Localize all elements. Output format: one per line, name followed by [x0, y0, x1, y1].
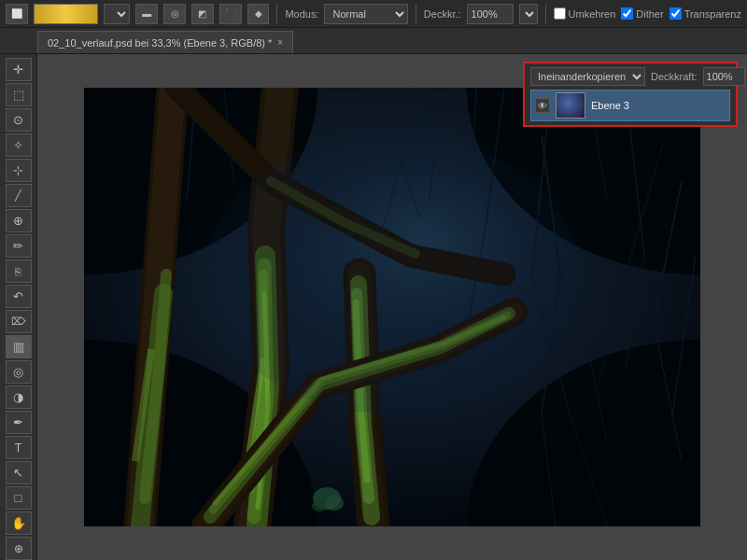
blur-tool[interactable]: ◎ [6, 360, 32, 384]
gradient-tool[interactable]: ▥ [6, 335, 32, 358]
reverse-group: Umkehren [554, 7, 616, 20]
hand-tool[interactable]: ✋ [6, 511, 32, 535]
transparency-label: Transparenz [684, 8, 741, 20]
crop-tool[interactable]: ⊹ [6, 159, 32, 182]
move-tool[interactable]: ✛ [6, 58, 32, 81]
angle-gradient-btn[interactable]: ◩ [191, 4, 214, 24]
eyedropper-tool[interactable]: ╱ [6, 184, 32, 207]
tab-title: 02_10_verlauf.psd bei 33,3% (Ebene 3, RG… [48, 37, 272, 49]
layer-row[interactable]: 👁 Ebene 3 [530, 90, 730, 121]
canvas-area: Ineinanderkopieren Deckkraft: 👁 Ebene 3 [37, 54, 747, 560]
text-tool[interactable]: T [6, 436, 32, 459]
opacity-label: Deckkr.: [424, 8, 461, 20]
layer-blend-mode-select[interactable]: Ineinanderkopieren [530, 67, 645, 86]
dodge-tool[interactable]: ◑ [6, 385, 32, 409]
panels-overlay: Ineinanderkopieren Deckkraft: 👁 Ebene 3 [523, 62, 738, 127]
dither-group: Dither [621, 7, 663, 20]
gradient-type-select[interactable]: ▼ [104, 4, 130, 24]
pen-tool[interactable]: ✒ [6, 411, 32, 434]
marquee-tool[interactable]: ⬚ [6, 83, 32, 106]
reverse-checkbox[interactable] [554, 7, 566, 20]
blend-mode-row: Ineinanderkopieren Deckkraft: [530, 67, 730, 86]
layer-opacity-label: Deckkraft: [651, 71, 698, 82]
opacity-unit-select[interactable]: ▼ [519, 4, 538, 24]
eraser-tool[interactable]: ⌦ [6, 310, 32, 333]
history-brush[interactable]: ↶ [6, 285, 32, 308]
quick-select-tool[interactable]: ✧ [6, 133, 32, 157]
blend-mode-select[interactable]: Normal [324, 4, 407, 24]
toolbar-sep-1 [276, 5, 277, 23]
svg-point-39 [205, 134, 579, 414]
clone-tool[interactable]: ⎘ [6, 259, 32, 283]
dither-label: Dither [636, 8, 663, 20]
opacity-input[interactable] [467, 4, 514, 24]
path-select-tool[interactable]: ↖ [6, 461, 32, 484]
shape-tool[interactable]: □ [6, 486, 32, 510]
new-layer-icon[interactable]: ⬜ [6, 4, 28, 24]
canvas-image [84, 88, 700, 526]
toolbar-sep-3 [545, 5, 546, 23]
transparency-checkbox[interactable] [669, 7, 682, 20]
toolbar-sep-2 [416, 5, 416, 23]
mode-label: Modus: [285, 8, 318, 20]
svg-point-37 [325, 496, 344, 511]
dither-checkbox[interactable] [621, 7, 633, 20]
tab-close-btn[interactable]: × [277, 37, 283, 48]
brush-tool[interactable]: ✏ [6, 234, 32, 258]
radial-gradient-btn[interactable]: ◎ [163, 4, 186, 24]
transparency-group: Transparenz [669, 7, 741, 20]
document-tab[interactable]: 02_10_verlauf.psd bei 33,3% (Ebene 3, RG… [37, 31, 293, 53]
blend-panel: Ineinanderkopieren Deckkraft: 👁 Ebene 3 [523, 62, 738, 127]
layer-visibility-toggle[interactable]: 👁 [535, 98, 550, 113]
forest-svg [84, 88, 700, 526]
zoom-tool[interactable]: ⊕ [6, 537, 32, 560]
top-toolbar: ⬜ ▼ ▬ ◎ ◩ ⬛ ◆ Modus: Normal Deckkr.: ▼ U… [0, 0, 747, 28]
reflected-gradient-btn[interactable]: ⬛ [219, 4, 242, 24]
reverse-label: Umkehren [569, 8, 616, 20]
workspace: ✛ ⬚ ⊙ ✧ ⊹ ╱ ⊕ ✏ ⎘ ↶ ⌦ ▥ ◎ ◑ ✒ T ↖ □ ✋ ⊕ [0, 54, 747, 560]
lasso-tool[interactable]: ⊙ [6, 108, 32, 132]
svg-point-38 [312, 500, 327, 511]
layer-opacity-input[interactable] [703, 67, 745, 86]
layer-thumbnail [556, 92, 585, 119]
tab-bar: 02_10_verlauf.psd bei 33,3% (Ebene 3, RG… [0, 28, 747, 54]
heal-tool[interactable]: ⊕ [6, 209, 32, 232]
gradient-preview[interactable] [34, 4, 98, 24]
linear-gradient-btn[interactable]: ▬ [135, 4, 158, 24]
diamond-gradient-btn[interactable]: ◆ [247, 4, 270, 24]
left-toolbar: ✛ ⬚ ⊙ ✧ ⊹ ╱ ⊕ ✏ ⎘ ↶ ⌦ ▥ ◎ ◑ ✒ T ↖ □ ✋ ⊕ [0, 54, 37, 560]
layer-name-label: Ebene 3 [591, 100, 726, 111]
